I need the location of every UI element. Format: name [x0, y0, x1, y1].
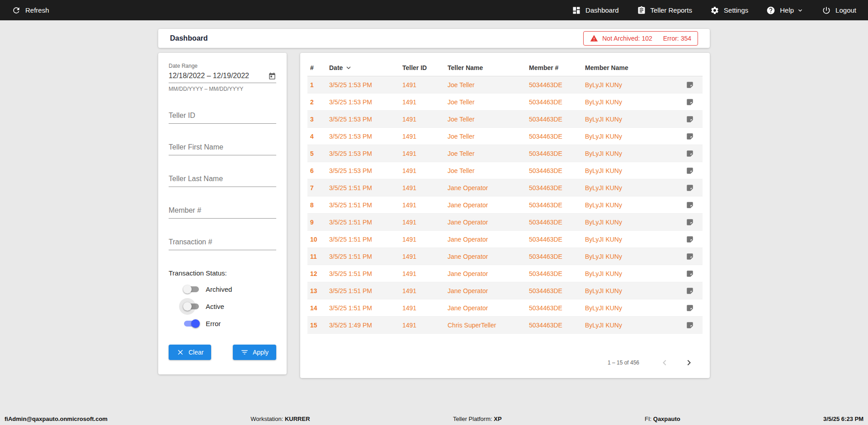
nav-dashboard[interactable]: Dashboard	[572, 6, 618, 15]
note-button[interactable]	[677, 98, 703, 106]
table-row[interactable]: 10 3/5/25 1:51 PM 1491 Jane Operator 503…	[307, 231, 703, 248]
error-toggle[interactable]	[184, 321, 199, 327]
table-row[interactable]: 5 3/5/25 1:53 PM 1491 Joe Teller 5034463…	[307, 145, 703, 162]
date-range-label: Date Range	[169, 63, 276, 69]
row-teller-id: 1491	[400, 322, 445, 329]
note-button[interactable]	[677, 132, 703, 140]
note-button[interactable]	[677, 149, 703, 158]
toggle-row-error: Error	[169, 318, 276, 328]
nav-help[interactable]: Help	[766, 6, 804, 15]
note-icon	[686, 304, 694, 312]
table-row[interactable]: 8 3/5/25 1:51 PM 1491 Jane Operator 5034…	[307, 196, 703, 214]
note-button[interactable]	[677, 81, 703, 89]
footer-fi-label: FI:	[645, 416, 651, 422]
nav-teller-reports[interactable]: Teller Reports	[637, 6, 693, 15]
table-row[interactable]: 15 3/5/25 1:49 PM 1491 Chris SuperTeller…	[307, 317, 703, 334]
row-number: 6	[307, 167, 326, 174]
nav-settings[interactable]: Settings	[710, 6, 748, 15]
footer-timestamp-value: 3/5/25 6:23 PM	[823, 416, 863, 422]
note-icon	[686, 201, 694, 209]
table-row[interactable]: 4 3/5/25 1:53 PM 1491 Joe Teller 5034463…	[307, 128, 703, 145]
row-member-number: 5034463DE	[526, 322, 582, 329]
row-teller-name: Jane Operator	[445, 201, 526, 209]
column-header-num: #	[307, 64, 326, 71]
content-area: Dashboard Not Archived: 102 Error: 354 D…	[158, 29, 710, 378]
note-button[interactable]	[677, 184, 703, 192]
row-number: 8	[307, 201, 326, 209]
row-teller-id: 1491	[400, 236, 445, 243]
pagination: 1 – 15 of 456	[307, 357, 703, 368]
row-teller-id: 1491	[400, 253, 445, 260]
row-teller-name: Joe Teller	[445, 81, 526, 89]
note-button[interactable]	[677, 304, 703, 312]
table-row[interactable]: 12 3/5/25 1:51 PM 1491 Jane Operator 503…	[307, 265, 703, 282]
note-icon	[686, 184, 694, 192]
calendar-picker-button[interactable]	[268, 72, 276, 80]
teller-first-name-input[interactable]	[169, 141, 276, 155]
row-member-name: ByLyJI KUNy	[582, 133, 677, 140]
teller-last-name-input[interactable]	[169, 173, 276, 187]
row-member-name: ByLyJI KUNy	[582, 184, 677, 191]
table-row[interactable]: 13 3/5/25 1:51 PM 1491 Jane Operator 503…	[307, 282, 703, 299]
row-teller-id: 1491	[400, 133, 445, 140]
note-button[interactable]	[677, 287, 703, 295]
table-body: 1 3/5/25 1:53 PM 1491 Joe Teller 5034463…	[307, 76, 703, 334]
row-teller-name: Jane Operator	[445, 253, 526, 260]
row-teller-id: 1491	[400, 150, 445, 157]
note-icon	[686, 81, 694, 89]
nav-logout[interactable]: Logout	[822, 6, 856, 15]
note-button[interactable]	[677, 321, 703, 329]
table-row[interactable]: 14 3/5/25 1:51 PM 1491 Jane Operator 503…	[307, 299, 703, 317]
footer-workstation-value: KURRER	[285, 416, 310, 422]
row-teller-name: Jane Operator	[445, 236, 526, 243]
row-teller-id: 1491	[400, 116, 445, 123]
nav-help-label: Help	[780, 6, 794, 14]
status-footer: fiAdmin@qaxpauto.onmicrosoft.com Worksta…	[0, 412, 868, 425]
teller-id-input[interactable]	[169, 110, 276, 124]
date-range-input[interactable]	[169, 70, 276, 83]
archived-toggle[interactable]	[184, 286, 199, 292]
note-button[interactable]	[677, 115, 703, 123]
next-page-button[interactable]	[684, 357, 694, 368]
note-icon	[686, 98, 694, 106]
row-number: 9	[307, 219, 326, 226]
transaction-number-input[interactable]	[169, 236, 276, 250]
row-member-name: ByLyJI KUNy	[582, 116, 677, 123]
member-number-input[interactable]	[169, 205, 276, 219]
note-button[interactable]	[677, 201, 703, 209]
nav-dashboard-label: Dashboard	[585, 6, 618, 14]
note-button[interactable]	[677, 270, 703, 278]
column-header-date[interactable]: Date	[326, 64, 400, 72]
active-toggle-thumb	[183, 302, 192, 311]
archived-toggle-label: Archived	[206, 285, 232, 293]
note-button[interactable]	[677, 252, 703, 261]
table-row[interactable]: 9 3/5/25 1:51 PM 1491 Jane Operator 5034…	[307, 214, 703, 231]
footer-fi: FI: Qaxpauto	[645, 416, 680, 422]
table-row[interactable]: 3 3/5/25 1:53 PM 1491 Joe Teller 5034463…	[307, 111, 703, 128]
page-title: Dashboard	[170, 34, 208, 42]
footer-platform-label: Teller Platform:	[453, 416, 492, 422]
table-row[interactable]: 11 3/5/25 1:51 PM 1491 Jane Operator 503…	[307, 248, 703, 265]
dashboard-header-card: Dashboard Not Archived: 102 Error: 354	[158, 29, 710, 48]
active-toggle[interactable]	[184, 304, 199, 309]
row-member-number: 5034463DE	[526, 81, 582, 89]
note-button[interactable]	[677, 218, 703, 226]
row-member-number: 5034463DE	[526, 304, 582, 312]
clipboard-icon	[637, 6, 646, 15]
toggle-row-active: Active	[169, 301, 276, 311]
row-teller-id: 1491	[400, 98, 445, 106]
note-button[interactable]	[677, 235, 703, 243]
clear-button[interactable]: Clear	[169, 345, 211, 360]
previous-page-button[interactable]	[659, 357, 670, 368]
row-number: 11	[307, 253, 326, 260]
row-member-number: 5034463DE	[526, 150, 582, 157]
refresh-button[interactable]: Refresh	[12, 6, 49, 15]
table-row[interactable]: 1 3/5/25 1:53 PM 1491 Joe Teller 5034463…	[307, 76, 703, 93]
table-row[interactable]: 7 3/5/25 1:51 PM 1491 Jane Operator 5034…	[307, 179, 703, 196]
table-row[interactable]: 6 3/5/25 1:53 PM 1491 Joe Teller 5034463…	[307, 162, 703, 179]
note-button[interactable]	[677, 167, 703, 175]
status-alert-badge[interactable]: Not Archived: 102 Error: 354	[583, 31, 698, 46]
apply-button[interactable]: Apply	[233, 345, 276, 360]
row-teller-id: 1491	[400, 270, 445, 277]
table-row[interactable]: 2 3/5/25 1:53 PM 1491 Joe Teller 5034463…	[307, 93, 703, 111]
